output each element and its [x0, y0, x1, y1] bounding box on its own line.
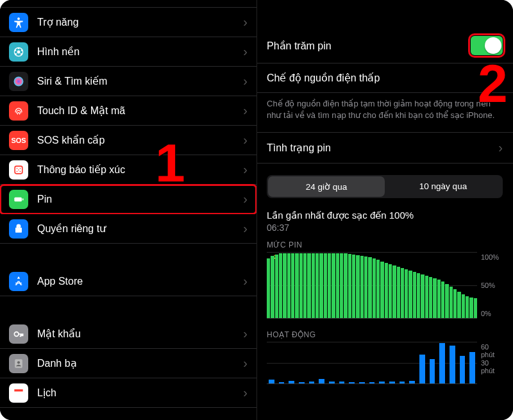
- settings-row-label: Siri & Tìm kiếm: [37, 75, 243, 87]
- battery-level-bar: [457, 292, 460, 318]
- activity-bar: [269, 380, 274, 384]
- battery-level-bar: [303, 253, 307, 318]
- settings-row-calendar[interactable]: Lịch›: [0, 378, 256, 408]
- battery-level-bar: [312, 253, 315, 318]
- settings-row-touchid[interactable]: Touch ID & Mật mã›: [0, 96, 256, 126]
- settings-row-privacy[interactable]: Quyền riêng tư›: [0, 214, 256, 244]
- battery-level-bar: [385, 263, 388, 319]
- y-0m: [481, 375, 503, 383]
- settings-row-sos[interactable]: SOSSOS khẩn cấp›: [0, 126, 256, 155]
- segment-10d[interactable]: 10 ngày qua: [385, 176, 501, 197]
- svg-point-4: [21, 49, 23, 51]
- appstore-icon: [9, 272, 28, 291]
- last-charge-label: Lần gần nhất được sạc đến 100%: [256, 205, 513, 221]
- settings-row-wallpaper[interactable]: Hình nền›: [0, 37, 256, 67]
- battery-level-bar: [401, 268, 404, 318]
- exposure-icon: [9, 160, 28, 180]
- svg-point-11: [20, 167, 21, 169]
- svg-point-7: [15, 49, 17, 51]
- activity-bar: [450, 346, 455, 384]
- activity-bar: [299, 382, 305, 383]
- battery-level-bar: [348, 254, 351, 318]
- battery-level-bar: [364, 256, 367, 318]
- activity-bar: [419, 355, 425, 384]
- chevron-icon: ›: [498, 140, 503, 155]
- settings-group-3: Mật khẩu›Danh bạ›Lịch›: [0, 319, 256, 408]
- low-power-row[interactable]: Chế độ nguồn điện thấp: [256, 63, 513, 93]
- battery-level-bar: [425, 276, 428, 318]
- settings-group-1: Trợ năng›Hình nền›Siri & Tìm kiếm›Touch …: [0, 8, 256, 244]
- settings-row-label: Mật khẩu: [37, 328, 243, 340]
- battery-level-bar: [474, 298, 477, 318]
- svg-rect-16: [22, 198, 24, 200]
- activity-chart-area: [267, 342, 477, 384]
- battery-level-bar: [324, 253, 327, 318]
- sos-icon: SOS: [9, 131, 28, 150]
- svg-point-0: [17, 17, 20, 20]
- y-30m: 30 phút: [481, 359, 503, 374]
- screenshot-container: Trợ năng›Hình nền›Siri & Tìm kiếm›Touch …: [0, 0, 513, 420]
- settings-row-label: Trợ năng: [37, 16, 243, 28]
- segment-24h[interactable]: 24 giờ qua: [268, 176, 385, 197]
- settings-row-label: Lịch: [37, 387, 243, 399]
- battery-level-bar: [466, 296, 469, 318]
- key-icon: [9, 324, 28, 344]
- settings-row-label: Danh bạ: [37, 357, 243, 369]
- battery-level-bar: [287, 253, 290, 318]
- activity-bar: [289, 381, 294, 383]
- settings-row-label: Touch ID & Mật mã: [37, 105, 243, 117]
- activity-bar: [469, 352, 475, 383]
- battery-level-bar: [417, 273, 420, 318]
- battery-level-bar: [453, 289, 457, 318]
- privacy-icon: [9, 219, 28, 239]
- activity-bar: [439, 343, 445, 383]
- settings-list-pane: Trợ năng›Hình nền›Siri & Tìm kiếm›Touch …: [0, 0, 256, 420]
- battery-level-bar: [413, 272, 416, 318]
- pane-divider: [256, 0, 257, 420]
- spacer-top: [256, 0, 513, 28]
- settings-row-siri[interactable]: Siri & Tìm kiếm›: [0, 67, 256, 96]
- settings-row-label: Thông báo tiếp xúc: [37, 164, 243, 176]
- battery-percent-row[interactable]: Phần trăm pin: [256, 28, 513, 63]
- activity-bar: [379, 382, 385, 383]
- chevron-icon: ›: [243, 74, 248, 88]
- battery-level-bar: [283, 253, 286, 318]
- low-power-description: Chế độ nguồn điện thấp tạm thời giảm hoạ…: [256, 93, 513, 132]
- svg-rect-25: [14, 389, 22, 391]
- activity-bar: [329, 382, 335, 383]
- svg-rect-17: [15, 228, 22, 233]
- activity-bar: [359, 382, 365, 383]
- activity-bar: [309, 382, 315, 383]
- chevron-icon: ›: [243, 274, 248, 289]
- battery-icon: [9, 190, 28, 209]
- chevron-icon: ›: [243, 133, 248, 147]
- svg-point-8: [14, 76, 24, 86]
- svg-point-6: [15, 53, 17, 55]
- settings-row-battery[interactable]: Pin›: [0, 185, 256, 214]
- y-100: 100%: [481, 253, 503, 261]
- activity-bar: [409, 381, 415, 383]
- battery-level-bar: [279, 253, 282, 318]
- battery-health-row[interactable]: Tình trạng pin ›: [256, 132, 513, 164]
- time-range-segment[interactable]: 24 giờ qua 10 ngày qua: [267, 175, 503, 198]
- battery-health-label: Tình trạng pin: [267, 142, 498, 154]
- battery-level-chart: ⚡ 100% 50% 0%: [267, 252, 503, 319]
- last-charge-time: 06:37: [256, 221, 513, 238]
- activity-chart: 60 phút 30 phút: [267, 342, 503, 384]
- settings-row-label: SOS khẩn cấp: [37, 134, 243, 146]
- calendar-icon: [9, 383, 28, 403]
- battery-level-bar: [441, 281, 444, 318]
- battery-percent-label: Phần trăm pin: [267, 40, 471, 52]
- settings-row-accessibility[interactable]: Trợ năng›: [0, 8, 256, 37]
- settings-row-exposure[interactable]: Thông báo tiếp xúc›: [0, 155, 256, 185]
- battery-level-bar: [462, 294, 465, 318]
- settings-row-key[interactable]: Mật khẩu›: [0, 319, 256, 349]
- settings-row-appstore[interactable]: App Store›: [0, 267, 256, 296]
- y-50: 50%: [481, 281, 503, 289]
- battery-percent-toggle[interactable]: [471, 36, 503, 55]
- settings-row-contacts[interactable]: Danh bạ›: [0, 349, 256, 378]
- contacts-icon: [9, 354, 28, 373]
- wallpaper-icon: [9, 42, 28, 62]
- battery-level-bar: [275, 255, 278, 318]
- group-gap-2: [0, 296, 256, 319]
